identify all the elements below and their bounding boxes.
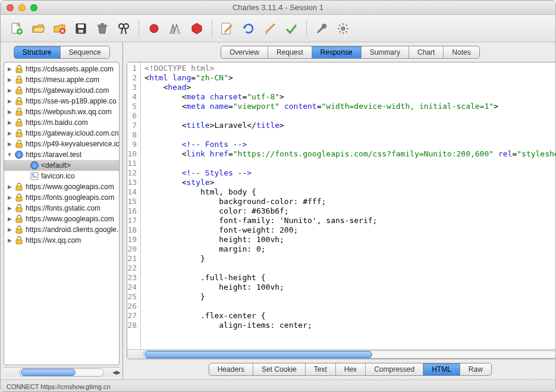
node-label: https://wx.qq.com [26, 236, 81, 244]
host-tree[interactable]: https://cdsassets.apple.comhttps://mesu.… [4, 62, 119, 365]
toolbar-separator [306, 20, 307, 37]
tree-row[interactable]: https://cdsassets.apple.com [4, 64, 119, 74]
subtab-raw[interactable]: Raw [460, 363, 491, 375]
subtab-headers[interactable]: Headers [209, 363, 253, 375]
disclosure-icon[interactable] [7, 109, 12, 115]
svg-point-14 [341, 27, 345, 30]
tree-row[interactable]: https://fonts.googleapis.com [4, 192, 119, 203]
svg-rect-29 [16, 208, 22, 212]
disclosure-icon[interactable] [7, 98, 12, 104]
settings-button[interactable] [333, 18, 353, 39]
tree-row[interactable]: <default> [4, 160, 119, 171]
tab-notes[interactable]: Notes [444, 46, 479, 58]
tree-row[interactable]: https://laravel.test [4, 149, 119, 160]
svg-rect-7 [101, 23, 103, 25]
tree-row[interactable]: https://mesu.apple.com [4, 74, 119, 85]
disclosure-icon[interactable] [7, 184, 12, 190]
tree-row[interactable]: https://m.baidu.com [4, 117, 119, 128]
bottom-tabbar: HeadersSet CookieTextHexCompressedHTMLRa… [123, 360, 556, 380]
node-label: https://cdsassets.apple.com [26, 65, 114, 73]
node-label: https://fonts.googleapis.com [26, 193, 114, 202]
subtab-set-cookie[interactable]: Set Cookie [253, 363, 306, 375]
top-tabbar: OverviewRequestResponseSummaryChartNotes [123, 42, 556, 61]
disclosure-icon[interactable] [7, 77, 12, 83]
tree-row[interactable]: https://gateway.icloud.com [4, 85, 119, 96]
disclosure-icon[interactable] [7, 152, 12, 158]
disclosure-icon[interactable] [7, 205, 12, 211]
tree-row[interactable]: https://p49-keyvalueservice.ic [4, 139, 119, 149]
validate-button[interactable] [281, 18, 301, 39]
tree-row[interactable]: https://wx.qq.com [4, 235, 119, 246]
code-viewer: 1234567891011121314151617181920212223242… [127, 62, 556, 359]
tab-overview[interactable]: Overview [221, 46, 268, 58]
node-label: https://webpush.wx.qq.com [26, 108, 112, 116]
svg-point-10 [150, 24, 158, 33]
breakpoints-button[interactable] [187, 18, 207, 39]
edit-button[interactable] [260, 18, 280, 39]
toolbar-separator [139, 20, 139, 37]
throttle-button[interactable] [165, 18, 186, 39]
svg-rect-15 [16, 68, 22, 73]
svg-rect-20 [16, 122, 22, 126]
subtab-text[interactable]: Text [306, 363, 336, 375]
tab-sequence[interactable]: Sequence [61, 46, 109, 58]
tree-row[interactable]: https://www.googleapis.com [4, 181, 119, 192]
compose-button[interactable] [217, 18, 237, 39]
left-hscrollbar[interactable]: ◀▶ [4, 367, 120, 377]
tree-row[interactable]: https://www.googleapis.com [4, 214, 119, 224]
svg-rect-31 [16, 229, 22, 233]
svg-rect-5 [78, 30, 83, 33]
disclosure-icon[interactable] [7, 216, 12, 222]
disclosure-icon[interactable] [7, 141, 12, 147]
svg-rect-21 [16, 133, 22, 137]
tree-row[interactable]: https://fonts.gstatic.com [4, 203, 119, 214]
record-button[interactable] [144, 18, 164, 39]
bottom-tabset: HeadersSet CookieTextHexCompressedHTMLRa… [209, 363, 492, 376]
code-area[interactable]: 1234567891011121314151617181920212223242… [127, 62, 556, 349]
tree-row[interactable]: favicon.ico [4, 171, 119, 181]
code-text: <!DOCTYPE html><html lang="zh-CN"> <head… [141, 62, 556, 349]
svg-rect-32 [16, 240, 22, 244]
repeat-button[interactable] [238, 18, 259, 39]
node-label: https://mesu.apple.com [26, 76, 99, 84]
code-hscrollbar[interactable]: ◀▶ [127, 349, 556, 359]
disclosure-icon[interactable] [7, 130, 12, 136]
tree-row[interactable]: https://android.clients.google. [4, 224, 119, 235]
disclosure-icon[interactable] [7, 237, 12, 243]
content-area: Structure Sequence https://cdsassets.app… [1, 42, 555, 380]
subtab-hex[interactable]: Hex [336, 363, 366, 375]
tab-structure[interactable]: Structure [14, 46, 61, 58]
disclosure-icon[interactable] [7, 120, 12, 126]
node-label: https://p49-keyvalueservice.ic [26, 140, 119, 148]
disclosure-icon[interactable] [7, 227, 12, 233]
tab-summary[interactable]: Summary [362, 46, 409, 58]
tree-row[interactable]: https://gateway.icloud.com.cn [4, 128, 119, 139]
scroll-right-icon[interactable]: ◀▶ [112, 369, 120, 375]
svg-rect-22 [16, 143, 22, 148]
subtab-compressed[interactable]: Compressed [366, 363, 423, 375]
find-button[interactable] [114, 18, 134, 39]
new-session-button[interactable] [7, 18, 27, 39]
status-text: CONNECT https://cmshow.gtimg.cn [7, 383, 111, 390]
subtab-html[interactable]: HTML [423, 363, 460, 375]
left-panel: Structure Sequence https://cdsassets.app… [1, 42, 123, 380]
save-button[interactable] [71, 18, 91, 39]
tab-response[interactable]: Response [312, 46, 362, 58]
tree-row[interactable]: https://webpush.wx.qq.com [4, 106, 119, 117]
tab-request[interactable]: Request [268, 46, 312, 58]
window-title: Charles 3.11.4 - Session 1 [1, 3, 555, 12]
clear-button[interactable] [92, 18, 112, 39]
svg-rect-30 [16, 218, 22, 222]
tree-row[interactable]: https://sse-ws-p189.apple.co [4, 96, 119, 106]
svg-rect-27 [16, 186, 22, 190]
close-session-button[interactable] [49, 18, 70, 39]
node-label: https://laravel.test [26, 150, 81, 159]
tools-button[interactable] [312, 18, 332, 39]
disclosure-icon[interactable] [7, 87, 12, 93]
disclosure-icon[interactable] [7, 66, 12, 72]
disclosure-icon[interactable] [7, 195, 12, 200]
open-button[interactable] [28, 18, 48, 39]
tab-chart[interactable]: Chart [409, 46, 444, 58]
main-toolbar [1, 15, 555, 42]
node-label: https://fonts.gstatic.com [26, 204, 100, 212]
